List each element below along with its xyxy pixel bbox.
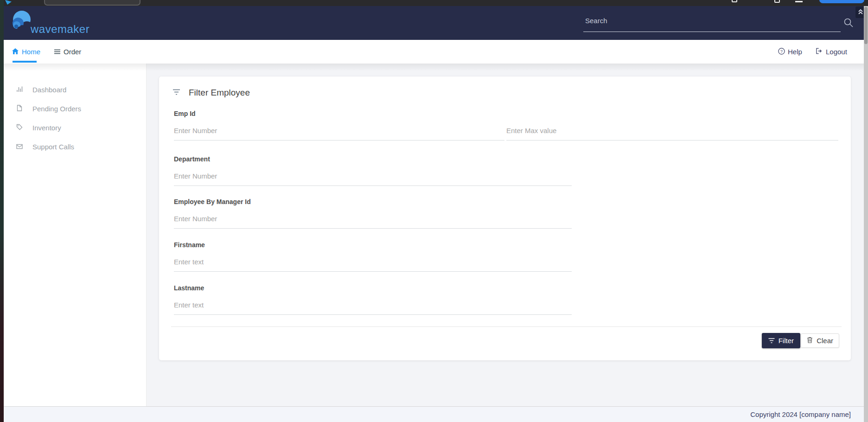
firstname-input[interactable]	[174, 254, 572, 272]
svg-text:?: ?	[780, 49, 783, 53]
field-label: Department	[174, 154, 572, 164]
ide-icon-fragment-window[interactable]	[774, 0, 780, 3]
sidebar-item-label: Dashboard	[32, 86, 66, 94]
envelope-icon	[16, 143, 23, 151]
nav-bar: Home Order ? Help	[4, 40, 864, 64]
sidebar-item-label: Inventory	[32, 124, 61, 132]
sidebar-item-label: Support Calls	[32, 143, 74, 151]
field-emp-id: Emp Id	[174, 109, 838, 141]
field-label: Employee By Manager Id	[174, 197, 572, 206]
app-header: wavemaker	[4, 6, 864, 40]
panel-title-text: Filter Employee	[189, 88, 250, 98]
tab-home[interactable]: Home	[12, 40, 40, 64]
ide-primary-button-fragment[interactable]	[819, 0, 864, 3]
filter-button[interactable]: Filter	[762, 333, 800, 348]
field-label: Firstname	[174, 240, 572, 249]
ide-icon-fragment-minimize[interactable]	[795, 1, 803, 2]
search-field-wrap	[583, 13, 841, 32]
filter-icon	[172, 89, 180, 97]
wavemaker-wave-icon	[10, 10, 32, 34]
tab-home-label: Home	[22, 48, 40, 56]
app-window: wavemaker Home	[4, 6, 864, 422]
help-button[interactable]: ? Help	[778, 40, 802, 64]
filter-employee-panel: Filter Employee Emp Id Department Employ…	[159, 77, 851, 360]
help-label: Help	[788, 48, 802, 56]
cursor-icon	[5, 0, 12, 5]
bar-chart-icon	[16, 86, 23, 94]
emp-id-max-input[interactable]	[506, 122, 838, 141]
logout-icon	[816, 48, 823, 56]
logo-text: wavemaker	[31, 23, 89, 36]
filter-icon	[768, 337, 775, 345]
tab-order-label: Order	[64, 48, 81, 56]
main-region: Dashboard Pending Orders	[4, 64, 864, 406]
panel-footer-divider	[171, 326, 842, 327]
tab-order[interactable]: Order	[54, 40, 81, 64]
clear-button[interactable]: Clear	[801, 333, 839, 348]
ide-toolbar-strip	[4, 0, 868, 6]
scrollbar-thumb[interactable]	[864, 7, 868, 44]
list-icon	[54, 48, 60, 56]
sidebar-item-inventory[interactable]: Inventory	[4, 118, 146, 137]
ide-url-input-fragment[interactable]	[44, 0, 140, 6]
clear-button-label: Clear	[817, 337, 833, 345]
search-input[interactable]	[583, 13, 841, 32]
lastname-input[interactable]	[174, 297, 572, 315]
emp-id-range-row	[174, 118, 838, 141]
desktop-edge-strip	[0, 0, 4, 422]
help-icon: ?	[778, 48, 785, 56]
sidebar: Dashboard Pending Orders	[4, 64, 147, 406]
filter-button-label: Filter	[779, 337, 794, 345]
department-input[interactable]	[174, 168, 572, 186]
field-firstname: Firstname	[174, 240, 572, 272]
sidebar-item-pending-orders[interactable]: Pending Orders	[4, 99, 146, 118]
field-label: Emp Id	[174, 109, 838, 118]
field-label: Lastname	[174, 283, 572, 293]
app-footer: Copyright 2024 [company name]	[4, 406, 864, 422]
vertical-scrollbar[interactable]	[864, 6, 868, 422]
copyright-text: Copyright 2024 [company name]	[750, 410, 851, 418]
logout-button[interactable]: Logout	[816, 40, 847, 64]
document-icon	[16, 105, 23, 113]
sidebar-item-support-calls[interactable]: Support Calls	[4, 137, 146, 156]
panel-title: Filter Employee	[172, 88, 250, 98]
field-lastname: Lastname	[174, 283, 572, 315]
logout-label: Logout	[826, 48, 847, 56]
trash-icon	[807, 337, 813, 345]
field-department: Department	[174, 154, 572, 186]
tag-icon	[16, 124, 23, 132]
ide-icon-fragment-square[interactable]	[732, 0, 737, 2]
field-employee-by-manager-id: Employee By Manager Id	[174, 197, 572, 229]
employee-by-manager-id-input[interactable]	[174, 211, 572, 229]
active-tab-indicator	[13, 61, 37, 63]
emp-id-min-input[interactable]	[174, 122, 504, 141]
search-icon[interactable]	[843, 18, 854, 30]
sidebar-item-label: Pending Orders	[32, 105, 81, 113]
home-icon	[12, 48, 19, 56]
logo[interactable]: wavemaker	[10, 9, 112, 37]
sidebar-item-dashboard[interactable]: Dashboard	[4, 80, 146, 99]
double-chevron-up-icon	[858, 8, 863, 17]
